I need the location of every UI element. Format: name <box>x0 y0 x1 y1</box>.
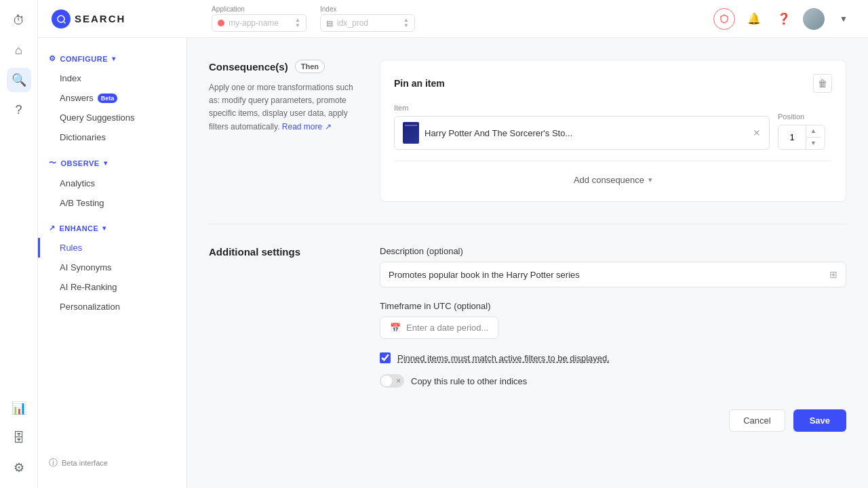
sidebar-item-answers[interactable]: Answers Beta <box>38 88 186 108</box>
save-button[interactable]: Save <box>793 409 846 432</box>
app-status-dot <box>218 20 224 26</box>
index-label: Index <box>320 5 415 13</box>
configure-icon: ⚙ <box>49 54 56 63</box>
sidebar-item-dictionaries-label: Dictionaries <box>60 132 106 142</box>
topbar: SEARCH Application my-app-name ▲▼ Index … <box>38 0 868 38</box>
add-consequence-chevron: ▾ <box>648 176 652 184</box>
enhance-header[interactable]: ↗ ENHANCE ▾ <box>38 218 186 238</box>
position-up[interactable]: ▲ <box>806 125 821 138</box>
application-selector-group: Application my-app-name ▲▼ <box>212 5 307 32</box>
configure-label: CONFIGURE <box>60 55 108 63</box>
add-consequence-button[interactable]: Add consequence ▾ <box>394 172 832 188</box>
help-button[interactable]: ❓ <box>773 8 795 30</box>
index-arrows: ▲▼ <box>403 18 409 28</box>
item-search-box[interactable]: Harry Potter And The Sorcerer's Sto... ✕ <box>394 116 770 150</box>
sidebar-item-analytics[interactable]: Analytics <box>38 174 186 193</box>
copy-rule-toggle[interactable]: ✕ <box>380 374 404 388</box>
application-value: my-app-name <box>229 18 279 28</box>
sidebar-item-ai-re-ranking-label: AI Re-Ranking <box>60 282 117 292</box>
toggle-label: Copy this rule to other indices <box>411 376 527 386</box>
enhance-chevron: ▾ <box>102 224 106 232</box>
question-icon[interactable]: ? <box>7 98 31 122</box>
sidebar-item-ai-synonyms-label: AI Synonyms <box>60 262 112 272</box>
toggle-x-icon: ✕ <box>396 378 401 384</box>
answers-beta-badge: Beta <box>98 94 118 103</box>
cancel-button[interactable]: Cancel <box>729 409 785 432</box>
additional-settings-right: Description (optional) Promotes popular … <box>380 246 846 432</box>
bell-button[interactable]: 🔔 <box>743 8 765 30</box>
sidebar-item-ab-testing[interactable]: A/B Testing <box>38 193 186 213</box>
chart-icon[interactable]: 📊 <box>7 396 31 420</box>
observe-icon: 〜 <box>49 158 57 168</box>
sidebar-item-rules[interactable]: Rules <box>38 238 186 258</box>
content-wrapper: Consequence(s) Then Apply one or more tr… <box>209 60 846 432</box>
sidebar-item-answers-label: Answers <box>60 93 94 103</box>
settings-icon[interactable]: ⚙ <box>7 455 31 480</box>
sidebar-item-analytics-label: Analytics <box>60 178 95 188</box>
position-col-label: Position <box>778 113 832 121</box>
position-spinners: ▲ ▼ <box>806 125 821 149</box>
topbar-actions: 🔔 ❓ ▼ <box>713 8 854 30</box>
sidebar-item-index-label: Index <box>60 73 81 83</box>
sidebar-item-personalization[interactable]: Personalization <box>38 297 186 317</box>
pin-item-card: Pin an item 🗑 Item Harry Potter And The … <box>380 60 846 202</box>
consequences-desc-text: Apply one or more transformations such a… <box>209 83 353 131</box>
item-close-icon[interactable]: ✕ <box>753 127 761 138</box>
consequences-title-text: Consequence(s) <box>209 61 288 73</box>
sidebar-footer[interactable]: ⓘ Beta interface <box>38 449 186 477</box>
description-value: Promotes popular book in the Harry Potte… <box>389 270 580 280</box>
additional-settings-title-text: Additional settings <box>209 246 300 258</box>
icon-rail: ⏱ ⌂ 🔍 ? 📊 🗄 ⚙ <box>0 0 38 488</box>
date-period-button[interactable]: 📅 Enter a date period... <box>380 317 498 339</box>
card-header: Pin an item 🗑 <box>394 74 832 93</box>
observe-header[interactable]: 〜 OBSERVE ▾ <box>38 152 186 174</box>
position-input[interactable] <box>778 127 806 148</box>
index-selector[interactable]: ▤ idx_prod ▲▼ <box>320 14 415 32</box>
sidebar-item-ai-re-ranking[interactable]: AI Re-Ranking <box>38 277 186 297</box>
sidebar-item-rules-label: Rules <box>60 243 82 253</box>
consequences-title: Consequence(s) Then <box>209 60 358 73</box>
application-label: Application <box>212 5 307 13</box>
additional-settings-left: Additional settings <box>209 246 358 432</box>
read-more-text: Read more <box>282 122 322 131</box>
calendar-icon: 📅 <box>390 323 401 333</box>
clock-icon[interactable]: ⏱ <box>7 8 31 33</box>
pinned-items-checkbox[interactable] <box>380 352 391 363</box>
enhance-icon: ↗ <box>49 224 56 232</box>
database-icon[interactable]: 🗄 <box>7 426 31 450</box>
additional-settings-section: Additional settings Description (optiona… <box>209 246 846 432</box>
read-more-link[interactable]: Read more ↗ <box>282 122 332 131</box>
then-badge: Then <box>295 60 325 73</box>
logo-text: SEARCH <box>75 13 125 24</box>
search-icon[interactable]: 🔍 <box>7 68 31 92</box>
checkbox-row: Pinned items must match active filters t… <box>380 352 846 363</box>
consequences-description: Apply one or more transformations such a… <box>209 81 358 134</box>
home-icon[interactable]: ⌂ <box>7 38 31 62</box>
sidebar-item-dictionaries[interactable]: Dictionaries <box>38 127 186 147</box>
sidebar-item-query-suggestions[interactable]: Query Suggestions <box>38 108 186 127</box>
main-content: Consequence(s) Then Apply one or more tr… <box>187 38 868 488</box>
action-bar: Cancel Save <box>380 409 846 432</box>
avatar[interactable] <box>803 8 825 30</box>
card-divider <box>394 161 832 161</box>
consequences-left: Consequence(s) Then Apply one or more tr… <box>209 60 358 202</box>
consequences-section: Consequence(s) Then Apply one or more tr… <box>209 60 846 202</box>
sidebar-item-ai-synonyms[interactable]: AI Synonyms <box>38 258 186 277</box>
description-input[interactable]: Promotes popular book in the Harry Potte… <box>380 262 846 287</box>
date-placeholder: Enter a date period... <box>406 323 488 333</box>
position-column: Position ▲ ▼ <box>778 113 832 150</box>
position-down[interactable]: ▼ <box>806 138 821 149</box>
sidebar-item-index[interactable]: Index <box>38 68 186 88</box>
sidebar-item-ab-testing-label: A/B Testing <box>60 198 104 208</box>
configure-header[interactable]: ⚙ CONFIGURE ▾ <box>38 49 186 68</box>
chevron-down-icon[interactable]: ▼ <box>833 8 854 30</box>
index-icon: ▤ <box>326 19 333 28</box>
beta-footer-label: Beta interface <box>62 459 108 467</box>
item-columns: Item Harry Potter And The Sorcerer's Sto… <box>394 104 832 150</box>
delete-button[interactable]: 🗑 <box>813 74 832 93</box>
application-selector[interactable]: my-app-name ▲▼ <box>212 14 307 32</box>
item-value: Harry Potter And The Sorcerer's Sto... <box>425 128 572 138</box>
shield-button[interactable] <box>713 8 735 30</box>
beta-circle-icon: ⓘ <box>49 457 58 469</box>
logo-icon <box>52 9 71 28</box>
